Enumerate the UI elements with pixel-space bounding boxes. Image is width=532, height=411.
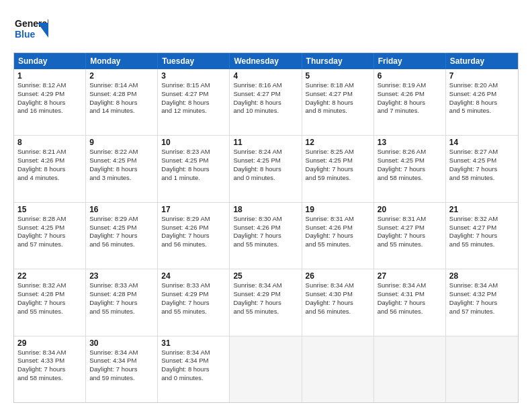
calendar-cell	[230, 336, 302, 402]
cell-info-line: Daylight: 7 hours	[378, 165, 442, 174]
cell-info-line: and 55 minutes.	[233, 308, 298, 316]
cell-info-line: Sunrise: 8:16 AM	[233, 81, 298, 90]
cell-info-line: Sunrise: 8:30 AM	[233, 215, 298, 224]
calendar-cell: 2Sunrise: 8:14 AMSunset: 4:28 PMDaylight…	[86, 69, 158, 135]
cell-info-line: Daylight: 7 hours	[306, 165, 370, 174]
cell-info-line: and 57 minutes.	[449, 308, 515, 316]
calendar-cell: 31Sunrise: 8:34 AMSunset: 4:34 PMDayligh…	[158, 336, 230, 402]
cell-info-line: Sunset: 4:28 PM	[89, 90, 154, 99]
calendar-cell: 5Sunrise: 8:18 AMSunset: 4:27 PMDaylight…	[302, 69, 374, 135]
cell-info-line: Sunrise: 8:34 AM	[161, 349, 226, 357]
day-number: 13	[378, 138, 442, 147]
calendar-cell: 27Sunrise: 8:34 AMSunset: 4:31 PMDayligh…	[374, 269, 446, 335]
cell-info-line: and 55 minutes.	[89, 308, 154, 316]
cell-info-line: and 56 minutes.	[89, 240, 154, 249]
calendar-cell: 18Sunrise: 8:30 AMSunset: 4:26 PMDayligh…	[230, 203, 302, 269]
cell-info-line: Sunset: 4:29 PM	[17, 90, 82, 99]
cell-info-line: and 59 minutes.	[89, 374, 154, 383]
cell-info-line: Sunset: 4:26 PM	[378, 90, 442, 99]
cell-info-line: Sunset: 4:25 PM	[233, 156, 298, 165]
cell-info-line: Sunrise: 8:18 AM	[306, 81, 370, 90]
cell-info-line: Sunset: 4:25 PM	[89, 156, 154, 165]
svg-marker-2	[38, 23, 48, 38]
cell-info-line: Sunset: 4:26 PM	[161, 224, 226, 232]
header-day-thursday: Thursday	[302, 53, 374, 69]
calendar-cell	[374, 336, 446, 402]
header: General Blue	[13, 11, 519, 46]
cell-info-line: Sunset: 4:27 PM	[161, 90, 226, 99]
cell-info-line: and 16 minutes.	[17, 107, 82, 116]
calendar-cell: 1Sunrise: 8:12 AMSunset: 4:29 PMDaylight…	[14, 69, 86, 135]
cell-info-line: and 57 minutes.	[17, 240, 82, 249]
day-number: 31	[161, 338, 226, 348]
cell-info-line: and 55 minutes.	[306, 240, 370, 249]
cell-info-line: Sunset: 4:25 PM	[89, 224, 154, 232]
cell-info-line: Sunrise: 8:19 AM	[378, 81, 442, 90]
cell-info-line: Sunset: 4:31 PM	[378, 290, 442, 299]
cell-info-line: Daylight: 8 hours	[449, 99, 515, 107]
calendar-cell: 3Sunrise: 8:15 AMSunset: 4:27 PMDaylight…	[158, 69, 230, 135]
day-number: 9	[89, 138, 154, 147]
day-number: 3	[161, 71, 226, 81]
cell-info-line: Sunset: 4:27 PM	[378, 224, 442, 232]
cell-info-line: Sunrise: 8:34 AM	[306, 281, 370, 290]
cell-info-line: and 14 minutes.	[89, 107, 154, 116]
cell-info-line: and 58 minutes.	[378, 174, 442, 183]
calendar-cell: 8Sunrise: 8:21 AMSunset: 4:26 PMDaylight…	[14, 136, 86, 201]
day-number: 28	[449, 271, 515, 281]
cell-info-line: Sunset: 4:26 PM	[449, 90, 515, 99]
day-number: 2	[89, 71, 154, 81]
day-number: 15	[17, 205, 82, 214]
cell-info-line: Sunset: 4:27 PM	[449, 224, 515, 232]
calendar-header: SundayMondayTuesdayWednesdayThursdayFrid…	[14, 53, 518, 69]
calendar-cell	[446, 336, 518, 402]
cell-info-line: and 8 minutes.	[306, 107, 370, 116]
cell-info-line: Sunset: 4:26 PM	[306, 224, 370, 232]
calendar-cell: 28Sunrise: 8:34 AMSunset: 4:32 PMDayligh…	[446, 269, 518, 335]
header-day-friday: Friday	[374, 53, 446, 69]
calendar-cell: 12Sunrise: 8:25 AMSunset: 4:25 PMDayligh…	[302, 136, 374, 201]
calendar-cell: 10Sunrise: 8:23 AMSunset: 4:25 PMDayligh…	[158, 136, 230, 201]
cell-info-line: and 55 minutes.	[161, 308, 226, 316]
cell-info-line: Daylight: 7 hours	[378, 232, 442, 240]
cell-info-line: Sunrise: 8:23 AM	[161, 148, 226, 156]
cell-info-line: Sunrise: 8:34 AM	[233, 281, 298, 290]
cell-info-line: Daylight: 7 hours	[89, 365, 154, 374]
cell-info-line: Sunset: 4:25 PM	[161, 156, 226, 165]
calendar-cell: 14Sunrise: 8:27 AMSunset: 4:25 PMDayligh…	[446, 136, 518, 201]
calendar-cell: 15Sunrise: 8:28 AMSunset: 4:25 PMDayligh…	[14, 203, 86, 269]
calendar-cell	[302, 336, 374, 402]
calendar-cell: 16Sunrise: 8:29 AMSunset: 4:25 PMDayligh…	[86, 203, 158, 269]
logo-icon: General Blue	[13, 11, 48, 46]
cell-info-line: Sunrise: 8:34 AM	[89, 349, 154, 357]
calendar-cell: 19Sunrise: 8:31 AMSunset: 4:26 PMDayligh…	[302, 203, 374, 269]
day-number: 12	[306, 138, 370, 147]
cell-info-line: and 58 minutes.	[17, 374, 82, 383]
cell-info-line: Daylight: 7 hours	[233, 232, 298, 240]
calendar-week-1: 1Sunrise: 8:12 AMSunset: 4:29 PMDaylight…	[14, 69, 518, 136]
cell-info-line: Sunrise: 8:32 AM	[17, 281, 82, 290]
cell-info-line: and 3 minutes.	[89, 174, 154, 183]
day-number: 5	[306, 71, 370, 81]
cell-info-line: Daylight: 7 hours	[449, 299, 515, 308]
day-number: 19	[306, 205, 370, 214]
cell-info-line: Daylight: 8 hours	[306, 99, 370, 107]
cell-info-line: and 55 minutes.	[17, 308, 82, 316]
cell-info-line: Sunset: 4:29 PM	[233, 290, 298, 299]
calendar-cell: 4Sunrise: 8:16 AMSunset: 4:27 PMDaylight…	[230, 69, 302, 135]
page: General Blue SundayMondayTuesdayWednesda…	[0, 0, 532, 411]
day-number: 11	[233, 138, 298, 147]
cell-info-line: Sunset: 4:25 PM	[17, 224, 82, 232]
cell-info-line: Sunrise: 8:34 AM	[17, 349, 82, 357]
cell-info-line: Sunrise: 8:27 AM	[449, 148, 515, 156]
cell-info-line: Daylight: 8 hours	[89, 99, 154, 107]
cell-info-line: Sunset: 4:29 PM	[161, 290, 226, 299]
cell-info-line: Sunset: 4:33 PM	[17, 357, 82, 365]
calendar-cell: 7Sunrise: 8:20 AMSunset: 4:26 PMDaylight…	[446, 69, 518, 135]
cell-info-line: and 12 minutes.	[161, 107, 226, 116]
day-number: 20	[378, 205, 442, 214]
day-number: 29	[17, 338, 82, 348]
day-number: 26	[306, 271, 370, 281]
cell-info-line: Daylight: 8 hours	[161, 365, 226, 374]
cell-info-line: Sunrise: 8:33 AM	[161, 281, 226, 290]
